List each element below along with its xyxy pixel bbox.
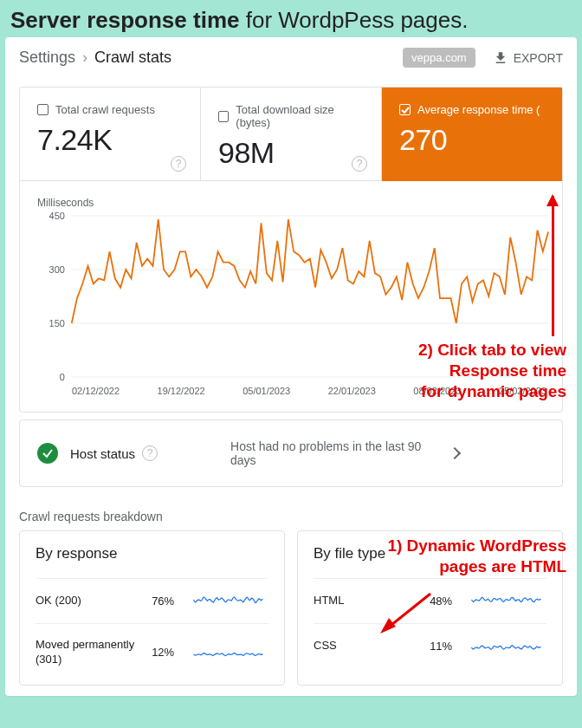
svg-text:450: 450 bbox=[49, 211, 65, 221]
tab-average-response-time[interactable]: Average response time ( 270 bbox=[382, 88, 562, 181]
row-label: Moved permanently (301) bbox=[36, 638, 152, 667]
xlabel: 19/12/2022 bbox=[158, 386, 205, 396]
chevron-right-icon: › bbox=[82, 49, 87, 67]
sparkline bbox=[188, 593, 268, 609]
card-title: By file type bbox=[314, 545, 546, 562]
host-status-card[interactable]: Host status ? Host had no problems in th… bbox=[19, 419, 563, 487]
stats-card: Total crawl requests 7.24K ? Total downl… bbox=[19, 87, 563, 413]
tab-label: Total download size (bytes) bbox=[236, 103, 364, 129]
breakdown-cards: By response OK (200) 76% Moved permanent… bbox=[5, 530, 577, 696]
row-label: OK (200) bbox=[36, 594, 152, 608]
table-row: HTML 48% bbox=[314, 578, 546, 623]
svg-text:300: 300 bbox=[49, 264, 65, 275]
crawl-stats-panel: Settings › Crawl stats veppa.com EXPORT … bbox=[5, 37, 577, 696]
export-label: EXPORT bbox=[514, 51, 563, 65]
tab-label: Average response time ( bbox=[417, 103, 540, 116]
xlabel: 22/01/2023 bbox=[328, 386, 376, 396]
checkbox-icon bbox=[37, 104, 48, 115]
page-heading-rest: for WordpPess pages. bbox=[239, 7, 468, 33]
row-label: CSS bbox=[314, 639, 430, 653]
sparkline bbox=[466, 638, 546, 654]
tab-value: 98M bbox=[218, 136, 364, 170]
download-icon bbox=[493, 50, 508, 66]
host-status-message: Host had no problems in the last 90 days bbox=[230, 439, 438, 467]
row-pct: 76% bbox=[152, 595, 188, 608]
sparkline bbox=[188, 644, 268, 660]
breakdown-section-title: Crawl requests breakdown bbox=[5, 494, 577, 530]
by-response-card[interactable]: By response OK (200) 76% Moved permanent… bbox=[19, 530, 285, 686]
response-time-chart: Milliseconds 0150300450 02/12/2022 19/12… bbox=[20, 181, 562, 412]
tab-value: 7.24K bbox=[37, 123, 183, 157]
help-icon[interactable]: ? bbox=[352, 156, 367, 172]
help-icon[interactable]: ? bbox=[171, 156, 186, 172]
stat-tabs: Total crawl requests 7.24K ? Total downl… bbox=[20, 88, 562, 181]
xlabel: 02/12/2022 bbox=[72, 386, 120, 396]
by-filetype-card[interactable]: By file type HTML 48% CSS 11% bbox=[297, 530, 563, 686]
tab-total-download-size[interactable]: Total download size (bytes) 98M ? bbox=[201, 88, 382, 181]
breadcrumb-current: Crawl stats bbox=[94, 49, 171, 67]
check-circle-icon bbox=[37, 443, 58, 464]
xlabel: 25/02/2023 bbox=[499, 386, 546, 396]
card-title: By response bbox=[36, 545, 268, 562]
table-row: CSS 11% bbox=[314, 623, 546, 668]
page-heading: Server response time for WordpPess pages… bbox=[0, 0, 582, 37]
checkbox-icon bbox=[218, 111, 229, 122]
export-button[interactable]: EXPORT bbox=[482, 50, 563, 66]
host-status-label: Host status bbox=[70, 446, 135, 461]
checkbox-checked-icon bbox=[399, 104, 411, 115]
row-pct: 11% bbox=[430, 640, 466, 653]
tab-value: 270 bbox=[399, 123, 545, 157]
tab-label: Total crawl requests bbox=[55, 103, 155, 116]
header-row: Settings › Crawl stats veppa.com EXPORT bbox=[5, 37, 577, 75]
xlabel: 05/01/2023 bbox=[242, 386, 290, 396]
sparkline bbox=[466, 593, 546, 609]
svg-text:150: 150 bbox=[49, 318, 65, 328]
tab-total-crawl-requests[interactable]: Total crawl requests 7.24K ? bbox=[20, 88, 201, 181]
chart-ylabel: Milliseconds bbox=[37, 197, 553, 209]
table-row: Moved permanently (301) 12% bbox=[36, 623, 268, 681]
help-icon[interactable]: ? bbox=[142, 445, 158, 461]
row-label: HTML bbox=[314, 594, 430, 608]
xlabel: 08/02/2023 bbox=[413, 386, 461, 396]
domain-pill[interactable]: veppa.com bbox=[403, 48, 475, 68]
page-heading-bold: Server response time bbox=[10, 7, 239, 33]
table-row: OK (200) 76% bbox=[36, 578, 268, 623]
row-pct: 48% bbox=[430, 595, 466, 608]
chevron-right-icon bbox=[449, 447, 461, 459]
breadcrumb-root[interactable]: Settings bbox=[19, 49, 75, 67]
svg-text:0: 0 bbox=[60, 372, 65, 382]
breadcrumb: Settings › Crawl stats bbox=[19, 49, 171, 67]
row-pct: 12% bbox=[152, 646, 188, 659]
line-chart-svg: 0150300450 bbox=[37, 211, 553, 382]
chart-xlabels: 02/12/2022 19/12/2022 05/01/2023 22/01/2… bbox=[37, 386, 553, 403]
host-status-title: Host status ? bbox=[70, 445, 158, 461]
